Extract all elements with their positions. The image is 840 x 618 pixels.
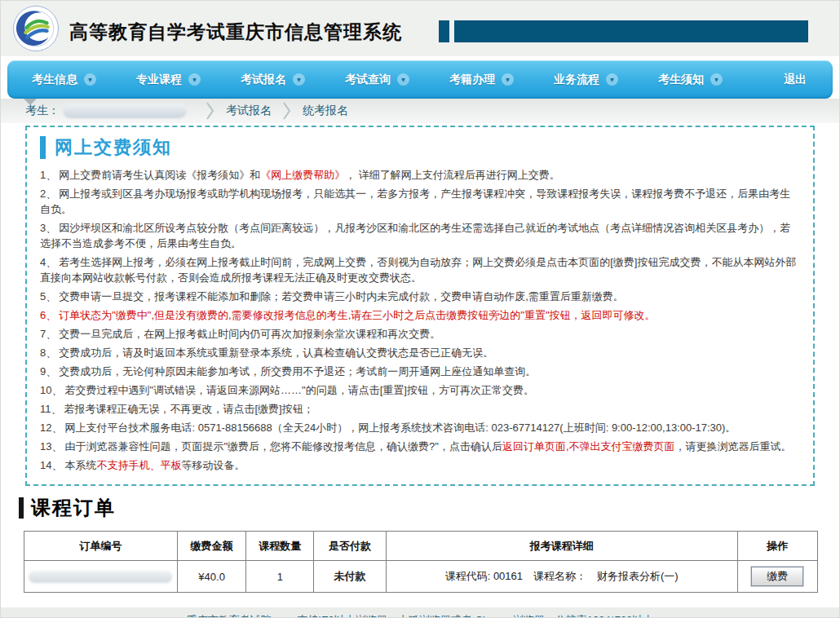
chevron-down-icon[interactable]: ▼ [502, 73, 514, 86]
nav-item-major-courses[interactable]: 专业课程▼ [136, 73, 201, 87]
chevron-down-icon[interactable]: ▼ [397, 73, 409, 86]
nav-item-business-flow[interactable]: 业务流程▼ [554, 73, 618, 87]
order-section-title: 课程订单 [31, 495, 116, 521]
notice-text: 等移动设备。 [181, 459, 245, 471]
notice-help-link[interactable]: 《网上缴费帮助》 [260, 169, 345, 181]
redacted-order-number [29, 571, 172, 583]
notice-text: 网上支付平台技术服务电话: 0571-88156688（全天24小时），网上报考… [64, 422, 736, 434]
notice-text: 网上交费前请考生认真阅读《报考须知》和 [59, 169, 260, 181]
nav-item-label: 考籍办理 [449, 73, 495, 87]
notice-item-1: 1、网上交费前请考生认真阅读《报考须知》和《网上缴费帮助》， 详细了解网上支付流… [40, 167, 800, 183]
nav-item-label: 考生须知 [658, 73, 704, 87]
notice-item-number: 2、 [40, 188, 56, 200]
notice-text: 交费成功后，请及时返回本系统或重新登录本系统，认真检查确认交费状态是否已正确无误… [59, 347, 493, 359]
nav-item-logout[interactable]: 退出 [784, 73, 807, 87]
breadcrumb: 考生： 考试报名 统考报名 [1, 99, 839, 123]
notice-item-number: 7、 [40, 328, 56, 340]
notice-title-accent-bar [40, 136, 46, 159]
notice-text: 若考生选择网上报考，必须在网上报考截止时间前，完成网上交费，否则视为自动放弃；网… [40, 256, 796, 284]
col-header-course-detail: 报考课程详细 [386, 532, 737, 561]
notice-item-9: 9、交费成功后，无论何种原因未能参加考试，所交费用不予退还；考试前一周开通网上座… [40, 364, 800, 379]
notice-text: 交费一旦完成后，在网上报考截止时间内仍可再次加报剩余堂次课程和再次交费。 [59, 328, 440, 340]
pay-button[interactable]: 缴费 [751, 567, 803, 586]
notice-item-number: 13、 [40, 440, 62, 452]
cell-action: 缴费 [737, 561, 817, 593]
nav-item-record-manage[interactable]: 考籍办理▼ [449, 73, 514, 87]
nav-item-student-info[interactable]: 考生信息▼ [32, 73, 96, 87]
nav-item-exam-register[interactable]: 考试报名▼ [241, 73, 305, 87]
col-header-amount: 缴费金额 [177, 532, 246, 561]
chevron-down-icon[interactable]: ▼ [293, 73, 305, 86]
breadcrumb-item-unified-register[interactable]: 统考报名 [303, 104, 348, 118]
notice-item-2: 2、网上报考或到区县考办现场报考或助学机构现场报考，只能选其一，若多方报考，产生… [40, 186, 800, 217]
notice-item-14: 14、本系统不支持手机、平板等移动设备。 [40, 457, 800, 473]
notice-text: 若交费过程中遇到"调试错误，请返回来源网站……"的问题，请点击[重置]按钮，方可… [64, 384, 533, 396]
notice-item-number: 3、 [40, 222, 56, 234]
payment-status-badge: 未付款 [314, 561, 387, 593]
notice-text: ， 详细了解网上支付流程后再进行网上交费。 [345, 169, 560, 181]
cell-order-no [24, 561, 178, 593]
notice-item-number: 8、 [40, 347, 56, 359]
notice-text: 返回订单页面,不弹出支付宝缴费页面 [502, 440, 675, 452]
nav-item-label: 考试报名 [241, 73, 286, 87]
notice-text: 订单状态为"缴费中",但是没有缴费的,需要修改报考信息的考生,请在三小时之后点击… [59, 309, 655, 321]
chevron-right-icon [206, 101, 214, 121]
notice-text: 交费成功后，无论何种原因未能参加考试，所交费用不予退还；考试前一周开通网上座位通… [59, 365, 536, 377]
logo-emblem-icon [12, 5, 60, 52]
cell-course-count: 1 [246, 561, 314, 593]
chevron-down-icon[interactable]: ▼ [188, 73, 201, 86]
notice-item-7: 7、交费一旦完成后，在网上报考截止时间内仍可再次加报剩余堂次课程和再次交费。 [40, 326, 800, 342]
redacted-candidate-name [63, 104, 187, 118]
col-header-order-no: 订单编号 [24, 532, 178, 561]
breadcrumb-item-exam-register[interactable]: 考试报名 [226, 104, 272, 118]
footer-info-line: 重庆市教育考试院 支持IE9以上浏览器、火狐浏览器或者 Chrome浏览器，分辨… [1, 613, 839, 618]
header-accent-bar-small [439, 20, 449, 42]
payment-notice-box: 网上交费须知 1、网上交费前请考生认真阅读《报考须知》和《网上缴费帮助》， 详细… [25, 126, 815, 486]
course-order-table: 订单编号 缴费金额 课程数量 是否付款 报考课程详细 操作 ¥40.0 1 未付… [24, 531, 818, 593]
nav-item-candidate-notice[interactable]: 考生须知▼ [658, 73, 723, 87]
notice-item-number: 5、 [40, 290, 56, 302]
table-row: ¥40.0 1 未付款 课程代码: 00161 课程名称： 财务报表分析(一) … [24, 561, 818, 593]
notice-text: 若报考课程正确无误，不再更改，请点击[缴费]按钮； [64, 403, 314, 415]
nav-item-label: 考试查询 [345, 73, 391, 87]
notice-item-number: 10、 [40, 384, 62, 396]
notice-item-11: 11、若报考课程正确无误，不再更改，请点击[缴费]按钮； [40, 401, 800, 417]
chevron-down-icon[interactable]: ▼ [84, 73, 96, 86]
notice-text: 交费申请一旦提交，报考课程不能添加和删除；若交费申请三小时内未完成付款，交费申请… [59, 290, 624, 302]
notice-item-12: 12、网上支付平台技术服务电话: 0571-88156688（全天24小时），网… [40, 420, 800, 435]
col-header-course-count: 课程数量 [246, 532, 314, 561]
top-header: 高等教育自学考试重庆市信息管理系统 [1, 1, 839, 56]
cell-amount: ¥40.0 [177, 561, 246, 593]
cell-course-detail: 课程代码: 00161 课程名称： 财务报表分析(一) [386, 561, 737, 593]
notice-item-number: 6、 [40, 309, 56, 321]
notice-title: 网上交费须知 [55, 135, 172, 160]
notice-text: ，请更换浏览器后重试。 [675, 440, 792, 452]
notice-item-number: 9、 [40, 365, 56, 377]
notice-list: 1、网上交费前请考生认真阅读《报考须知》和《网上缴费帮助》， 详细了解网上支付流… [40, 167, 800, 473]
col-header-paid-status: 是否付款 [314, 532, 387, 561]
order-title-row: 课程订单 [19, 495, 839, 521]
order-table-head-row: 订单编号 缴费金额 课程数量 是否付款 报考课程详细 操作 [24, 532, 818, 561]
notice-item-13: 13、由于浏览器兼容性问题，页面提示"缴费后，您将不能修改报考信息，确认缴费?"… [40, 439, 800, 454]
breadcrumb-pointer [24, 99, 37, 105]
notice-text: 本系统 [64, 459, 96, 471]
nav-item-exam-query[interactable]: 考试查询▼ [345, 73, 409, 87]
nav-item-label: 专业课程 [136, 73, 182, 87]
chevron-down-icon[interactable]: ▼ [710, 73, 723, 86]
notice-text: 网上报考或到区县考办现场报考或助学机构现场报考，只能选其一，若多方报考，产生报考… [40, 188, 790, 215]
footer: 重庆市教育考试院 支持IE9以上浏览器、火狐浏览器或者 Chrome浏览器，分辨… [1, 607, 839, 618]
notice-item-number: 14、 [40, 459, 62, 471]
notice-item-3: 3、因沙坪坝区和渝北区所设考点较分散（考点间距离较远），凡报考沙区和渝北区的考生… [40, 220, 800, 251]
notice-text: 由于浏览器兼容性问题，页面提示"缴费后，您将不能修改报考信息，确认缴费?"，点击… [64, 440, 502, 452]
col-header-action: 操作 [737, 532, 817, 561]
footer-org: 重庆市教育考试院 [187, 614, 272, 618]
notice-item-6: 6、订单状态为"缴费中",但是没有缴费的,需要修改报考信息的考生,请在三小时之后… [40, 307, 800, 323]
chevron-right-icon [283, 101, 291, 121]
page-title: 高等教育自学考试重庆市信息管理系统 [69, 20, 402, 45]
notice-item-number: 1、 [40, 169, 56, 181]
notice-item-number: 11、 [40, 403, 62, 415]
notice-item-number: 4、 [40, 256, 56, 268]
nav-item-label: 业务流程 [554, 73, 599, 87]
chevron-down-icon[interactable]: ▼ [606, 73, 618, 86]
nav-item-label: 考生信息 [32, 73, 77, 87]
